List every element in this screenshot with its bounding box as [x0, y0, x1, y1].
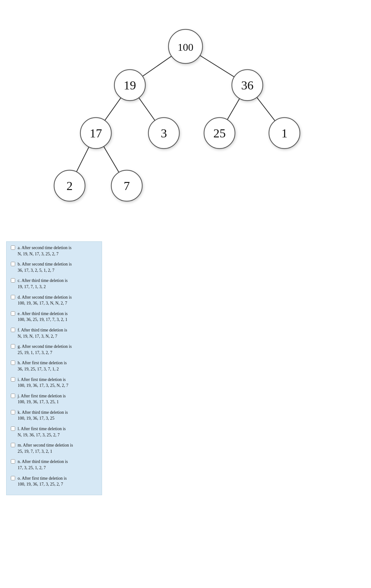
- tree-node-n1: 1: [269, 118, 300, 149]
- option-checkbox-b[interactable]: [11, 262, 15, 266]
- option-item-g: g. After second time deletion is25, 19, …: [11, 344, 97, 356]
- option-item-k: k. After third time deletion is100, 19, …: [11, 409, 97, 422]
- option-item-n: n. After third time deletion is17, 3, 25…: [11, 459, 97, 471]
- option-text-j: j. After first time deletion is100, 19, …: [18, 393, 97, 405]
- option-checkbox-h[interactable]: [11, 361, 15, 365]
- option-item-e: e. After third time deletion is100, 36, …: [11, 311, 97, 323]
- tree-node-n19: 19: [114, 70, 145, 101]
- option-text-h: h. After first time deletion is36, 19, 2…: [18, 360, 97, 372]
- option-item-b: b. After second time deletion is36, 17, …: [11, 261, 97, 273]
- tree-svg: 100193617325127: [46, 12, 325, 229]
- option-item-d: d. After second time deletion is100, 19,…: [11, 294, 97, 306]
- page-container: 100193617325127 a. After second time del…: [0, 0, 371, 501]
- option-checkbox-a[interactable]: [11, 245, 15, 250]
- option-checkbox-n[interactable]: [11, 459, 15, 464]
- option-text-m: m. After second time deletion is25, 19, …: [18, 442, 97, 454]
- option-text-d: d. After second time deletion is100, 19,…: [18, 294, 97, 306]
- option-text-b: b. After second time deletion is36, 17, …: [18, 261, 97, 273]
- option-text-k: k. After third time deletion is100, 19, …: [18, 409, 97, 422]
- option-item-m: m. After second time deletion is25, 19, …: [11, 442, 97, 454]
- option-text-g: g. After second time deletion is25, 19, …: [18, 344, 97, 356]
- option-text-o: o. After first time deletion is100, 19, …: [18, 475, 97, 487]
- tree-node-n17: 17: [80, 118, 111, 149]
- tree-node-label-n19: 19: [124, 78, 136, 92]
- tree-node-n100: 100: [168, 29, 203, 63]
- tree-nodes: 100193617325127: [54, 29, 300, 201]
- option-item-a: a. After second time deletion isN, 19, N…: [11, 245, 97, 257]
- option-text-c: c. After third time deletion is19, 17, 7…: [18, 278, 97, 290]
- tree-node-n25: 25: [204, 118, 235, 149]
- tree-node-label-n100: 100: [178, 41, 194, 53]
- option-checkbox-o[interactable]: [11, 476, 15, 480]
- option-item-i: i. After first time deletion is100, 19, …: [11, 377, 97, 389]
- tree-node-n36: 36: [232, 70, 263, 101]
- option-item-h: h. After first time deletion is36, 19, 2…: [11, 360, 97, 372]
- tree-node-label-n3: 3: [161, 126, 167, 140]
- option-checkbox-d[interactable]: [11, 295, 15, 299]
- option-checkbox-f[interactable]: [11, 328, 15, 332]
- option-text-l: l. After first time deletion isN, 19, 36…: [18, 426, 97, 438]
- options-section: a. After second time deletion isN, 19, N…: [6, 241, 102, 495]
- tree-node-n2: 2: [54, 170, 85, 201]
- option-text-n: n. After third time deletion is17, 3, 25…: [18, 459, 97, 471]
- option-text-e: e. After third time deletion is100, 36, …: [18, 311, 97, 323]
- option-checkbox-i[interactable]: [11, 377, 15, 382]
- option-text-a: a. After second time deletion isN, 19, N…: [18, 245, 97, 257]
- tree-node-n7: 7: [111, 170, 142, 201]
- option-checkbox-l[interactable]: [11, 426, 15, 431]
- option-text-f: f. After third time deletion isN, 19, N,…: [18, 327, 97, 339]
- tree-node-label-n7: 7: [124, 179, 130, 193]
- tree-edges: [70, 46, 284, 186]
- option-checkbox-k[interactable]: [11, 410, 15, 414]
- tree-node-label-n2: 2: [66, 179, 73, 193]
- option-item-c: c. After third time deletion is19, 17, 7…: [11, 278, 97, 290]
- tree-node-n3: 3: [148, 118, 179, 149]
- options-container: a. After second time deletion isN, 19, N…: [11, 245, 97, 487]
- tree-node-label-n17: 17: [90, 126, 102, 140]
- option-checkbox-m[interactable]: [11, 443, 15, 447]
- option-checkbox-j[interactable]: [11, 394, 15, 398]
- option-checkbox-e[interactable]: [11, 311, 15, 316]
- option-text-i: i. After first time deletion is100, 19, …: [18, 377, 97, 389]
- option-item-o: o. After first time deletion is100, 19, …: [11, 475, 97, 487]
- option-item-f: f. After third time deletion isN, 19, N,…: [11, 327, 97, 339]
- option-item-j: j. After first time deletion is100, 19, …: [11, 393, 97, 405]
- tree-node-label-n25: 25: [213, 126, 226, 140]
- tree-node-label-n36: 36: [241, 78, 254, 92]
- tree-section: 100193617325127: [0, 6, 371, 241]
- option-item-l: l. After first time deletion isN, 19, 36…: [11, 426, 97, 438]
- tree-node-label-n1: 1: [281, 126, 288, 140]
- option-checkbox-c[interactable]: [11, 278, 15, 283]
- option-checkbox-g[interactable]: [11, 344, 15, 348]
